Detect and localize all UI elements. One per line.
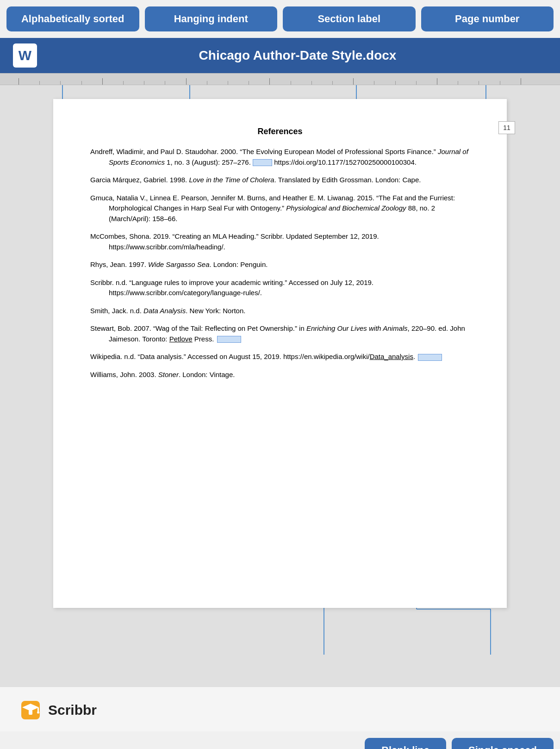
- ruler-tick: [269, 78, 290, 85]
- ruler-tick: [81, 81, 102, 85]
- scribbr-icon: [19, 698, 43, 722]
- top-labels-bar: Alphabetically sorted Hanging indent Sec…: [0, 0, 560, 38]
- ruler-tick: [123, 81, 144, 85]
- ruler-tick: [228, 81, 249, 85]
- document-title: Chicago Author-Date Style.docx: [48, 48, 547, 63]
- ruler-tick: [39, 81, 60, 85]
- page-number-label: Page number: [421, 6, 554, 31]
- ruler-tick: [144, 81, 165, 85]
- reference-entry-5: Rhys, Jean. 1997. Wide Sargasso Sea. Lon…: [90, 260, 470, 270]
- bottom-section: Scribbr: [0, 687, 560, 731]
- ruler-tick: [374, 81, 395, 85]
- ruler: [0, 73, 560, 85]
- word-logo-w: W: [19, 48, 31, 63]
- alphabetically-sorted-label: Alphabetically sorted: [6, 6, 139, 31]
- reference-entry-6: Scribbr. n.d. “Language rules to improve…: [90, 278, 470, 298]
- section-label-label: Section label: [283, 6, 416, 31]
- reference-entry-1: Andreff, Wladimir, and Paul D. Staudohar…: [90, 147, 470, 167]
- word-logo: W: [13, 43, 37, 68]
- ruler-tick: [395, 81, 416, 85]
- ruler-tick: [102, 78, 123, 85]
- ruler-tick: [249, 81, 269, 85]
- page-wrapper: Alphabetically sorted Hanging indent Sec…: [0, 0, 560, 749]
- ruler-tick: [60, 81, 81, 85]
- word-header: W Chicago Author-Date Style.docx: [0, 38, 560, 73]
- reference-entry-9: Wikipedia. n.d. “Data analysis.” Accesse…: [90, 352, 470, 362]
- reference-entry-3: Gmuca, Natalia V., Linnea E. Pearson, Je…: [90, 193, 470, 224]
- ruler-tick: [416, 81, 437, 85]
- ruler-tick: [291, 81, 311, 85]
- hanging-indent-highlight: [253, 159, 272, 166]
- hanging-indent-label: Hanging indent: [145, 6, 278, 31]
- svg-point-18: [37, 712, 39, 714]
- ruler-tick: [186, 78, 207, 85]
- single-spaced-label: Single spaced: [452, 738, 554, 749]
- ruler-marks: [0, 74, 560, 85]
- scribbr-logo: Scribbr: [19, 698, 97, 722]
- highlight-box-9: [418, 354, 442, 361]
- reference-entry-2: Garcia Márquez, Gabriel. 1998. Love in t…: [90, 175, 470, 186]
- ruler-tick: [353, 78, 374, 85]
- scribbr-name: Scribbr: [48, 702, 97, 718]
- document-page: 11 References Andreff, Wladimir, and Pau…: [53, 99, 507, 608]
- ruler-tick: [437, 78, 458, 85]
- references-heading-text: References: [257, 127, 302, 136]
- ruler-tick: [207, 81, 228, 85]
- reference-entry-8: Stewart, Bob. 2007. “Wag of the Tail: Re…: [90, 323, 470, 344]
- page-number-badge: 11: [498, 121, 515, 134]
- ruler-tick: [165, 81, 186, 85]
- blank-line-label: Blank line: [365, 738, 446, 749]
- bottom-labels-bar: Blank line Single spaced: [0, 731, 560, 749]
- reference-entry-4: McCombes, Shona. 2019. “Creating an MLA …: [90, 231, 470, 252]
- ruler-tick: [521, 78, 541, 85]
- reference-entry-7: Smith, Jack. n.d. Data Analysis. New Yor…: [90, 306, 470, 316]
- ruler-tick: [19, 78, 39, 85]
- ruler-tick: [500, 81, 521, 85]
- svg-rect-16: [29, 710, 32, 715]
- highlight-box-8: [217, 336, 241, 343]
- references-heading: References: [90, 127, 470, 136]
- reference-list: Andreff, Wladimir, and Paul D. Staudohar…: [90, 147, 470, 380]
- ruler-tick: [332, 81, 353, 85]
- ruler-tick: [479, 81, 499, 85]
- main-area: 11 References Andreff, Wladimir, and Pau…: [0, 85, 560, 687]
- reference-entry-10: Williams, John. 2003. Stoner. London: Vi…: [90, 370, 470, 380]
- ruler-tick: [311, 81, 332, 85]
- ruler-tick: [458, 81, 479, 85]
